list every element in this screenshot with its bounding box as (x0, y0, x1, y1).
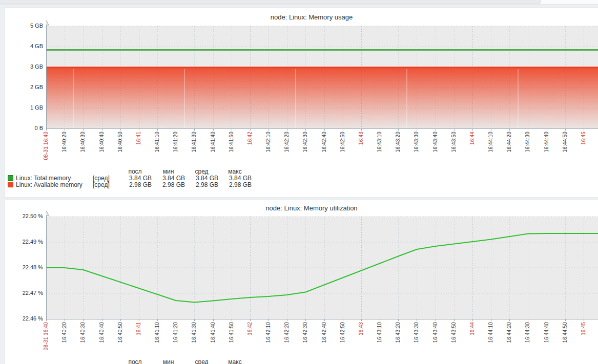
x-tick-label: 16:40:40 (99, 132, 105, 153)
legend-swatch (8, 182, 13, 187)
x-tick-label: 16:41 (136, 322, 141, 335)
y-tick-label: 22.50 % (0, 213, 43, 219)
x-tick-label: 16:42:10 (265, 132, 271, 153)
x-tick-label: 16:41:20 (173, 322, 178, 343)
x-tick-label: 16:41:30 (191, 132, 197, 153)
x-tick-label: 16:42:30 (302, 322, 308, 343)
y-tick-label: 22.48 % (0, 264, 43, 270)
y-tick-label: 22.46 % (0, 315, 43, 322)
y-tick-label: 3 GB (0, 63, 43, 70)
chart-title: node: Linux: Memory utilization (0, 204, 598, 212)
x-tick-label: 16:42:20 (284, 322, 290, 343)
x-tick-label: 16:41:50 (229, 132, 234, 153)
x-tick-label: 16:43 (358, 322, 364, 335)
x-tick-label: 16:40:40 (99, 322, 105, 343)
y-tick-label: 4 GB (0, 43, 43, 49)
x-tick-label: 16:40:50 (117, 132, 123, 153)
legend-header-cell: мин (152, 359, 185, 364)
legend-row: Linux: Available memory[сред]2.98 GB2.98… (8, 182, 252, 188)
x-tick-label: 16:45 (581, 132, 586, 145)
legend-swatch (8, 175, 13, 181)
legend-spacer (8, 168, 16, 175)
x-tick-label: 16:43:50 (451, 132, 457, 153)
x-tick-label: 16:42:50 (340, 132, 345, 153)
legend-spacer (93, 359, 118, 364)
legend-header-cell: сред (185, 359, 218, 364)
x-tick-label: 16:41:30 (191, 322, 197, 343)
x-tick-label: 16:44:50 (562, 322, 568, 343)
x-tick-label: 16:43:30 (414, 322, 419, 343)
x-tick-label: 16:40:50 (117, 322, 123, 343)
legend-value: 2.98 GB (218, 182, 252, 188)
graph-legend: послминсредмаксLinux: Total memory[сред]… (8, 168, 252, 188)
x-tick-label: 16:44:20 (506, 132, 512, 153)
x-tick-label: 16:40:20 (61, 132, 67, 153)
x-tick-label: 08-31 16:40 (43, 322, 49, 351)
y-tick-label: 2 GB (0, 84, 43, 90)
x-tick-label: 16:40:30 (80, 132, 86, 153)
legend-spacer (8, 359, 16, 364)
x-tick-label: 16:40:20 (61, 322, 67, 343)
x-tick-label: 16:43:10 (377, 322, 382, 343)
x-tick-label: 16:43:50 (451, 322, 457, 343)
x-tick-label: 16:42:10 (265, 322, 271, 343)
x-tick-label: 16:43:10 (377, 132, 382, 153)
x-tick-label: 16:44:20 (506, 322, 512, 343)
legend-value: 2.98 GB (152, 182, 185, 188)
x-tick-label: 16:41:10 (154, 322, 160, 343)
x-tick-label: 16:42:40 (321, 322, 327, 343)
x-tick-label: 16:43:30 (414, 132, 419, 153)
legend-value: 2.98 GB (118, 182, 152, 188)
y-tick-label: 22.49 % (0, 239, 43, 245)
x-tick-label: 16:44 (469, 132, 475, 145)
legend-header-cell: макс (218, 359, 252, 364)
x-tick-label: 16:43:40 (432, 322, 438, 343)
filter-tab-edge (0, 0, 541, 4)
x-tick-label: 16:42:40 (321, 132, 327, 153)
x-tick-label: 16:41:50 (229, 322, 234, 343)
x-tick-label: 16:44:40 (544, 132, 549, 153)
x-tick-label: 16:42:30 (302, 132, 308, 153)
x-tick-label: 16:44:10 (488, 322, 493, 343)
memory-utilization-plot-area[interactable] (46, 210, 598, 322)
x-tick-label: 16:43:20 (395, 132, 401, 153)
legend-function-label: [сред] (93, 182, 118, 188)
filter-bar-edge (0, 0, 598, 5)
graph-legend: послминсредмакс (8, 359, 252, 364)
y-tick-label: 5 GB (0, 23, 43, 29)
x-tick-label: 16:44:10 (488, 132, 493, 153)
legend-header-cell: посл (118, 359, 152, 364)
legend-value: 2.98 GB (185, 182, 218, 188)
x-tick-label: 16:43:20 (395, 322, 401, 343)
x-tick-label: 16:44:40 (544, 322, 549, 343)
x-tick-label: 16:42:50 (340, 322, 345, 343)
x-tick-label: 16:43 (358, 132, 364, 145)
x-tick-label: 16:41 (136, 132, 141, 145)
x-tick-label: 16:42 (247, 132, 253, 145)
x-tick-label: 16:41:20 (173, 132, 178, 153)
memory-usage-plot-area[interactable] (46, 20, 598, 131)
y-tick-label: 1 GB (0, 104, 43, 111)
series-available-memory (46, 68, 598, 129)
x-tick-label: 16:41:10 (154, 132, 160, 153)
chart-title: node: Linux: Memory usage (0, 13, 598, 21)
legend-series-label: Linux: Available memory (16, 182, 93, 188)
x-tick-label: 16:44:50 (562, 132, 568, 153)
x-tick-label: 16:42 (247, 322, 253, 335)
x-tick-label: 16:44 (469, 322, 475, 335)
y-tick-label: 0 B (0, 125, 43, 131)
x-tick-label: 16:40:30 (80, 322, 86, 343)
x-tick-label: 08-31 16:40 (43, 132, 49, 160)
x-tick-label: 16:41:40 (210, 132, 216, 153)
x-tick-label: 16:41:40 (210, 322, 216, 343)
legend-spacer (16, 359, 93, 364)
x-tick-label: 16:45 (581, 322, 586, 335)
x-tick-label: 16:43:40 (432, 132, 438, 153)
x-tick-label: 16:42:20 (284, 132, 290, 153)
y-tick-label: 22.47 % (0, 290, 43, 296)
x-tick-label: 16:44:30 (525, 322, 530, 343)
x-tick-label: 16:44:30 (525, 132, 530, 153)
